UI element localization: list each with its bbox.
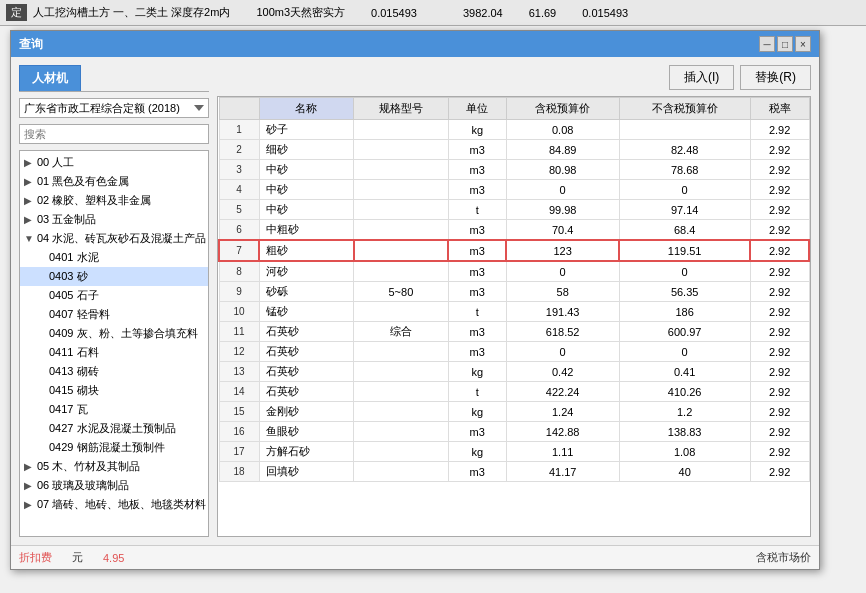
search-input[interactable] <box>19 124 209 144</box>
table-row[interactable]: 3中砂m380.9878.682.92 <box>219 160 809 180</box>
cell-price_notax: 97.14 <box>619 200 750 220</box>
cell-num: 2 <box>219 140 259 160</box>
table-row[interactable]: 7粗砂m3123119.512.92 <box>219 240 809 261</box>
cell-price_notax <box>619 120 750 140</box>
tree-item[interactable]: 0407 轻骨料 <box>20 305 208 324</box>
bg-toolbar: 定 人工挖沟槽土方 一、二类土 深度存2m内 100m3天然密实方 0.0154… <box>0 0 866 26</box>
table-row[interactable]: 4中砂m3002.92 <box>219 180 809 200</box>
tree-item[interactable]: 0409 灰、粉、土等掺合填充料 <box>20 324 208 343</box>
tree-arrow-icon: ▶ <box>24 195 34 206</box>
dialog-close-button[interactable]: × <box>795 36 811 52</box>
table-row[interactable]: 11石英砂综合m3618.52600.972.92 <box>219 322 809 342</box>
table-row[interactable]: 13石英砂kg0.420.412.92 <box>219 362 809 382</box>
cell-num: 14 <box>219 382 259 402</box>
tree-item[interactable]: 0411 石料 <box>20 343 208 362</box>
right-panel: 插入(I) 替换(R) 名称规格型号单位含税预算价不含税预算价税率1砂子kg0.… <box>217 65 811 537</box>
cell-name: 细砂 <box>259 140 354 160</box>
bg-icon: 定 <box>6 4 27 21</box>
table-row[interactable]: 12石英砂m3002.92 <box>219 342 809 362</box>
tree-item[interactable]: 0415 砌块 <box>20 381 208 400</box>
table-row[interactable]: 14石英砂t422.24410.262.92 <box>219 382 809 402</box>
cell-spec <box>354 240 449 261</box>
cell-num: 8 <box>219 261 259 282</box>
cell-name: 锰砂 <box>259 302 354 322</box>
action-bar: 插入(I) 替换(R) <box>217 65 811 90</box>
table-row[interactable]: 15金刚砂kg1.241.22.92 <box>219 402 809 422</box>
dialog-title: 查询 <box>19 36 43 53</box>
table-row[interactable]: 5中砂t99.9897.142.92 <box>219 200 809 220</box>
cell-unit: m3 <box>448 282 506 302</box>
left-panel: 人材机 广东省市政工程综合定额 (2018) ▶00 人工▶01 黑色及有色金属… <box>19 65 209 537</box>
cell-num: 15 <box>219 402 259 422</box>
tree-item[interactable]: 0405 石子 <box>20 286 208 305</box>
table-row[interactable]: 10锰砂t191.431862.92 <box>219 302 809 322</box>
cell-unit: m3 <box>448 140 506 160</box>
tree-item[interactable]: 0403 砂 <box>20 267 208 286</box>
cell-price_notax: 0 <box>619 342 750 362</box>
table-row[interactable]: 6中粗砂m370.468.42.92 <box>219 220 809 241</box>
cell-name: 砂子 <box>259 120 354 140</box>
quota-dropdown[interactable]: 广东省市政工程综合定额 (2018) <box>19 98 209 118</box>
cell-unit: t <box>448 200 506 220</box>
tree-item[interactable]: ▼04 水泥、砖瓦灰砂石及混凝土产品 <box>20 229 208 248</box>
cell-tax: 2.92 <box>750 422 809 442</box>
tree-item-label: 03 五金制品 <box>37 212 96 227</box>
data-table-wrapper[interactable]: 名称规格型号单位含税预算价不含税预算价税率1砂子kg0.082.922细砂m38… <box>217 96 811 537</box>
table-row[interactable]: 18回填砂m341.17402.92 <box>219 462 809 482</box>
cell-spec <box>354 402 449 422</box>
tree-item[interactable]: 0401 水泥 <box>20 248 208 267</box>
cell-price_tax: 0 <box>506 261 619 282</box>
status-value1: 4.95 <box>103 552 124 564</box>
cell-num: 6 <box>219 220 259 241</box>
dialog-body: 人材机 广东省市政工程综合定额 (2018) ▶00 人工▶01 黑色及有色金属… <box>11 57 819 545</box>
tree-item-label: 0415 砌块 <box>49 383 99 398</box>
dialog-max-button[interactable]: □ <box>777 36 793 52</box>
tree-item[interactable]: ▶02 橡胶、塑料及非金属 <box>20 191 208 210</box>
cell-price_tax: 0.42 <box>506 362 619 382</box>
tree-item[interactable]: ▶03 五金制品 <box>20 210 208 229</box>
cell-spec <box>354 442 449 462</box>
cell-name: 金刚砂 <box>259 402 354 422</box>
cell-spec <box>354 160 449 180</box>
tree-item[interactable]: ▶06 玻璃及玻璃制品 <box>20 476 208 495</box>
tab-materials[interactable]: 人材机 <box>19 65 81 91</box>
cell-spec: 综合 <box>354 322 449 342</box>
tree-item[interactable]: ▶07 墙砖、地砖、地板、地毯类材料 <box>20 495 208 514</box>
cell-unit: m3 <box>448 261 506 282</box>
bg-val5: 0.015493 <box>582 7 628 19</box>
cell-price_tax: 99.98 <box>506 200 619 220</box>
tree-item-label: 0409 灰、粉、土等掺合填充料 <box>49 326 198 341</box>
bg-val1: 100m3天然密实方 <box>256 5 345 20</box>
cell-price_notax: 186 <box>619 302 750 322</box>
tree-item[interactable]: 0427 水泥及混凝土预制品 <box>20 419 208 438</box>
tree-arrow-icon: ▼ <box>24 233 34 244</box>
cell-name: 中粗砂 <box>259 220 354 241</box>
cell-price_tax: 123 <box>506 240 619 261</box>
cell-name: 石英砂 <box>259 382 354 402</box>
table-row[interactable]: 17方解石砂kg1.111.082.92 <box>219 442 809 462</box>
table-row[interactable]: 16鱼眼砂m3142.88138.832.92 <box>219 422 809 442</box>
tree-item[interactable]: ▶01 黑色及有色金属 <box>20 172 208 191</box>
replace-button[interactable]: 替换(R) <box>740 65 811 90</box>
cell-price_tax: 0 <box>506 180 619 200</box>
tree-item-label: 00 人工 <box>37 155 74 170</box>
table-row[interactable]: 2细砂m384.8982.482.92 <box>219 140 809 160</box>
cell-price_notax: 0 <box>619 261 750 282</box>
cell-unit: m3 <box>448 180 506 200</box>
insert-button[interactable]: 插入(I) <box>669 65 734 90</box>
tree-item[interactable]: 0417 瓦 <box>20 400 208 419</box>
col-header-tax: 税率 <box>750 98 809 120</box>
tab-bar: 人材机 <box>19 65 209 92</box>
tree-item[interactable]: ▶00 人工 <box>20 153 208 172</box>
cell-unit: kg <box>448 362 506 382</box>
tree-arrow-icon: ▶ <box>24 461 34 472</box>
table-row[interactable]: 9砂砾5~80m35856.352.92 <box>219 282 809 302</box>
cell-spec <box>354 422 449 442</box>
table-row[interactable]: 8河砂m3002.92 <box>219 261 809 282</box>
cell-unit: kg <box>448 402 506 422</box>
tree-item[interactable]: 0413 砌砖 <box>20 362 208 381</box>
table-row[interactable]: 1砂子kg0.082.92 <box>219 120 809 140</box>
tree-item[interactable]: 0429 钢筋混凝土预制件 <box>20 438 208 457</box>
tree-item[interactable]: ▶05 木、竹材及其制品 <box>20 457 208 476</box>
dialog-min-button[interactable]: ─ <box>759 36 775 52</box>
